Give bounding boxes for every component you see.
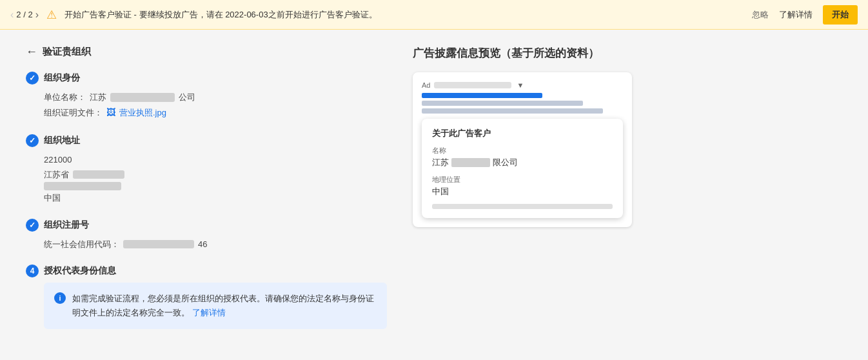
info-box: i 如需完成验证流程，您必须是所在组织的授权代表。请确保您的法定名称与身份证明文… — [44, 283, 387, 329]
ignore-button[interactable]: 忽略 — [752, 9, 769, 21]
popup-title: 关于此广告客户 — [432, 128, 613, 139]
back-nav[interactable]: ← 验证贵组织 — [26, 45, 387, 59]
section-registration-title: ✓ 组织注册号 — [26, 219, 387, 232]
warning-icon: ⚠ — [46, 8, 57, 22]
ad-dropdown-icon: ▼ — [517, 81, 524, 89]
popup-bottom-bar — [432, 204, 613, 209]
popup-name-value: 江苏 限公司 — [432, 157, 613, 168]
ad-bar-headline — [422, 93, 542, 98]
image-icon: 🖼 — [106, 105, 115, 121]
file-link[interactable]: 营业执照.jpg — [119, 105, 166, 120]
section-representative-title: 4 授权代表身份信息 — [26, 265, 387, 277]
ad-bar-desc2 — [422, 108, 603, 114]
number-icon-4: 4 — [26, 265, 39, 277]
section-identity: ✓ 组织身份 单位名称： 江苏 公司 组织证明文件： 🖼 营业执照.jpg — [26, 72, 387, 121]
check-icon-2: ✓ — [26, 134, 39, 147]
section-identity-title: ✓ 组织身份 — [26, 72, 387, 85]
about-advertiser-popup: 关于此广告客户 名称 江苏 限公司 地理位置 中国 — [422, 119, 623, 218]
popup-name-blurred — [451, 158, 490, 167]
company-name-row: 单位名称： 江苏 公司 — [44, 90, 387, 105]
info-icon: i — [54, 292, 66, 304]
country: 中国 — [44, 190, 387, 205]
credit-code-row: 统一社会信用代码： 46 — [44, 237, 387, 252]
province-row: 江苏省 — [44, 167, 387, 182]
city-blurred — [44, 182, 121, 190]
back-label: 验证贵组织 — [43, 46, 91, 58]
section-identity-content: 单位名称： 江苏 公司 组织证明文件： 🖼 营业执照.jpg — [26, 90, 387, 121]
left-panel: ← 验证贵组织 ✓ 组织身份 单位名称： 江苏 公司 组织证明文件： 🖼 — [26, 45, 387, 343]
right-panel: 广告披露信息预览（基于所选的资料） Ad ▼ 关于此广告客户 名称 江苏 — [413, 45, 632, 343]
section-address-title: ✓ 组织地址 — [26, 134, 387, 147]
next-arrow[interactable]: › — [35, 9, 39, 21]
nav-arrows: ‹ 2 / 2 › — [10, 9, 39, 21]
postal-code: 221000 — [44, 152, 387, 167]
file-row: 组织证明文件： 🖼 营业执照.jpg — [44, 105, 387, 121]
info-learn-more-link[interactable]: 了解详情 — [192, 308, 226, 317]
notification-text: 开始广告客户验证 - 要继续投放广告，请在 2022-06-03之前开始进行广告… — [64, 9, 747, 21]
learn-more-button[interactable]: 了解详情 — [779, 9, 813, 21]
credit-code-blurred — [123, 240, 194, 248]
popup-location-label: 地理位置 — [432, 175, 613, 185]
company-name-blurred — [110, 93, 175, 102]
section-address-content: 221000 江苏省 中国 — [26, 152, 387, 206]
section-address: ✓ 组织地址 221000 江苏省 中国 — [26, 134, 387, 206]
section-representative: 4 授权代表身份信息 i 如需完成验证流程，您必须是所在组织的授权代表。请确保您… — [26, 265, 387, 329]
province-blurred — [73, 170, 124, 179]
notification-actions: 忽略 了解详情 开始 — [752, 5, 858, 25]
popup-name-label: 名称 — [432, 146, 613, 155]
ad-domain-bar — [434, 82, 511, 88]
ad-preview-container: Ad ▼ 关于此广告客户 名称 江苏 限公司 地理位置 — [413, 72, 632, 227]
back-arrow-icon: ← — [26, 45, 37, 59]
notification-bar: ‹ 2 / 2 › ⚠ 开始广告客户验证 - 要继续投放广告，请在 2022-0… — [0, 0, 868, 30]
prev-arrow[interactable]: ‹ — [10, 9, 14, 21]
city-row — [44, 182, 387, 190]
popup-location-value: 中国 — [432, 186, 613, 197]
section-registration-content: 统一社会信用代码： 46 — [26, 237, 387, 252]
check-icon-3: ✓ — [26, 219, 39, 232]
ad-label: Ad — [422, 81, 430, 89]
preview-title: 广告披露信息预览（基于所选的资料） — [413, 45, 632, 62]
info-box-text: 如需完成验证流程，您必须是所在组织的授权代表。请确保您的法定名称与身份证明文件上… — [72, 292, 377, 320]
section-registration: ✓ 组织注册号 统一社会信用代码： 46 — [26, 219, 387, 252]
start-button[interactable]: 开始 — [823, 5, 858, 25]
check-icon-1: ✓ — [26, 72, 39, 85]
ad-bar-desc1 — [422, 101, 583, 106]
main-content: ← 验证贵组织 ✓ 组织身份 单位名称： 江苏 公司 组织证明文件： 🖼 — [0, 30, 868, 359]
ad-headline-bars — [422, 93, 623, 114]
page-indicator: 2 / 2 — [16, 10, 32, 19]
ad-label-row: Ad ▼ — [422, 81, 623, 89]
